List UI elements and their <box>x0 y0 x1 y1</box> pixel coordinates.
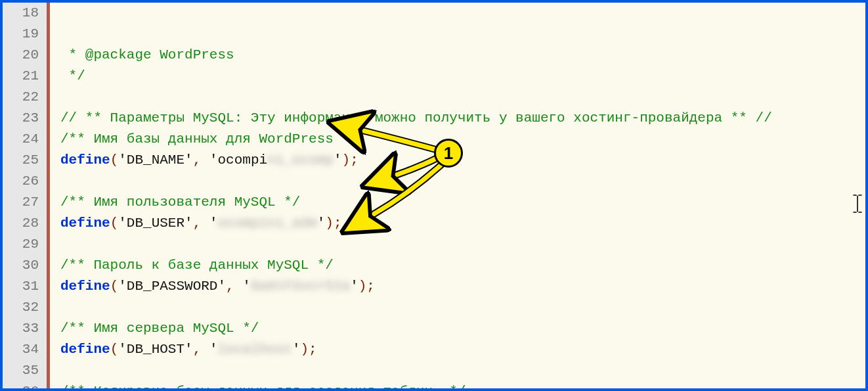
line-number: 20 <box>3 45 47 66</box>
line-number: 26 <box>3 171 47 192</box>
code-token: define <box>60 152 110 168</box>
code-token: * @package WordPress <box>60 47 234 62</box>
code-token: localhost <box>217 342 292 357</box>
code-token: ' <box>292 342 301 357</box>
line-number: 18 <box>3 3 47 24</box>
line-number: 24 <box>3 129 47 150</box>
code-token: /** Имя сервера MySQL */ <box>60 321 259 336</box>
code-token: ); <box>358 279 375 294</box>
line-number: 19 <box>3 24 47 45</box>
text-cursor-icon <box>785 173 787 191</box>
code-token: 'DB_HOST' <box>118 342 192 357</box>
code-line: define('DB_HOST', 'localhost'); <box>60 339 865 360</box>
code-token: /** Кодировка базы данных для создания т… <box>60 384 466 391</box>
code-line: define('DB_PASSWORD', '0a6tFSvcr5Ia'); <box>60 276 865 297</box>
line-number: 22 <box>3 87 47 108</box>
code-token: /** Пароль к базе данных MySQL */ <box>60 258 334 273</box>
code-token: ' <box>334 152 342 168</box>
code-token: ( <box>110 279 119 294</box>
code-token: ni_ocomp <box>267 152 334 168</box>
line-number: 33 <box>3 318 47 339</box>
code-token: define <box>60 342 110 357</box>
code-line: */ <box>60 66 865 87</box>
code-line: // ** Параметры MySQL: Эту информацию мо… <box>60 108 865 129</box>
line-number: 28 <box>3 213 47 234</box>
code-token: ( <box>110 216 119 231</box>
code-token: // ** Параметры MySQL: Эту информацию мо… <box>60 110 772 126</box>
code-token: /** Имя базы данных для WordPress */ <box>60 131 358 147</box>
code-token: , <box>193 342 209 357</box>
code-token: ' <box>209 342 218 357</box>
code-token: define <box>60 279 110 294</box>
line-number: 35 <box>3 360 47 381</box>
line-number: 21 <box>3 66 47 87</box>
code-line: /** Имя пользователя MySQL */ <box>60 192 865 213</box>
code-token: ' <box>242 279 251 294</box>
code-line: /** Кодировка базы данных для создания т… <box>60 381 865 391</box>
code-token: 'DB_USER' <box>118 216 192 231</box>
code-token: ); <box>301 342 317 357</box>
editor: 18192021222324252627282930313233343536 *… <box>3 3 865 388</box>
code-token: 'DB_PASSWORD' <box>118 279 226 294</box>
code-line <box>60 297 865 318</box>
code-token: /** Имя пользователя MySQL */ <box>60 195 300 210</box>
line-number: 29 <box>3 234 47 255</box>
code-line <box>60 360 865 381</box>
code-token: */ <box>60 68 85 83</box>
code-line <box>60 87 865 108</box>
code-token: ( <box>110 152 119 168</box>
code-token: ' <box>209 216 218 231</box>
code-line: define('DB_USER', 'ocompini_adm'); <box>60 213 865 234</box>
code-token: ); <box>325 216 341 231</box>
code-line: /** Пароль к базе данных MySQL */ <box>60 255 865 276</box>
code-token: 'DB_NAME' <box>118 152 192 168</box>
line-number: 34 <box>3 339 47 360</box>
code-token: ocompini_adm <box>217 216 316 231</box>
code-token: 'ocompi <box>209 152 267 168</box>
code-token: , <box>193 152 209 168</box>
code-line: /** Имя базы данных для WordPress */ <box>60 129 865 150</box>
code-line: define('DB_NAME', 'ocompini_ocomp'); <box>60 150 865 171</box>
code-token: 0a6tFSvcr5Ia <box>251 279 350 294</box>
code-token: ' <box>317 216 326 231</box>
code-token: , <box>193 216 209 231</box>
editor-frame: 18192021222324252627282930313233343536 *… <box>0 0 868 391</box>
line-number-gutter: 18192021222324252627282930313233343536 <box>3 3 50 388</box>
line-number: 23 <box>3 108 47 129</box>
line-number: 30 <box>3 255 47 276</box>
code-line: /** Имя сервера MySQL */ <box>60 318 865 339</box>
code-token: , <box>226 279 242 294</box>
code-token: ); <box>342 152 358 168</box>
line-number: 25 <box>3 150 47 171</box>
line-number: 36 <box>3 381 47 389</box>
code-token: define <box>60 216 110 231</box>
code-token: ( <box>110 342 119 357</box>
code-token: ' <box>350 279 358 294</box>
code-line: * @package WordPress <box>60 45 865 66</box>
line-number: 32 <box>3 297 47 318</box>
code-area[interactable]: * @package WordPress */// ** Параметры M… <box>50 3 865 388</box>
line-number: 31 <box>3 276 47 297</box>
code-line <box>60 234 865 255</box>
line-number: 27 <box>3 192 47 213</box>
code-line <box>60 171 865 192</box>
